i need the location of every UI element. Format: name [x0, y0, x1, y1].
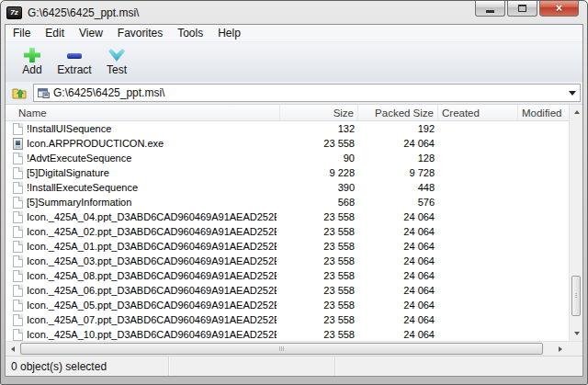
horizontal-scrollbar-thumb[interactable] [20, 343, 543, 355]
file-created [438, 224, 518, 239]
menu-item[interactable]: Favorites [110, 26, 170, 40]
column-header-size[interactable]: Size [280, 105, 358, 120]
file-name: Icon._425A_02.ppt_D3ABD6CAD960469A91AEAD… [27, 224, 277, 239]
file-created [438, 180, 518, 195]
file-row[interactable]: !InstallUISequence 132 192 [6, 121, 569, 136]
toolbar-button[interactable]: Extract [53, 44, 96, 81]
file-modified [518, 195, 569, 209]
menu-item[interactable]: Help [210, 26, 248, 40]
list-header: Name Size Packed Size Created Modified [6, 105, 582, 121]
file-row[interactable]: Icon._425A_05.ppt_D3ABD6CAD960469A91AEAD… [6, 298, 569, 312]
scroll-left-button[interactable] [6, 342, 19, 356]
combo-dropdown-icon[interactable] [569, 91, 576, 99]
column-header-created[interactable]: Created [438, 105, 518, 120]
column-header-modified[interactable]: Modified [518, 105, 569, 120]
menu-item[interactable]: Tools [170, 26, 210, 40]
file-icon [13, 314, 23, 326]
toolbar-icon [108, 48, 125, 62]
file-row[interactable]: Icon._425A_08.ppt_D3ABD6CAD960469A91AEAD… [6, 268, 569, 283]
file-created [438, 254, 518, 268]
file-row[interactable]: Icon._425A_07.ppt_D3ABD6CAD960469A91AEAD… [6, 312, 569, 327]
file-created [438, 283, 518, 298]
file-name: Icon._425A_06.ppt_D3ABD6CAD960469A91AEAD… [27, 283, 277, 298]
vertical-scrollbar-thumb[interactable] [571, 276, 581, 316]
file-row[interactable]: !AdvtExecuteSequence 90 128 [6, 151, 569, 165]
toolbar-button-label: Extract [57, 63, 91, 76]
file-row[interactable]: [5]SummaryInformation 568 576 [6, 195, 569, 209]
file-created [438, 327, 518, 341]
status-panel [169, 357, 335, 376]
file-row[interactable]: Icon._425A_02.ppt_D3ABD6CAD960469A91AEAD… [6, 224, 569, 239]
msi-package-icon [38, 87, 50, 98]
file-packed-size: 24 064 [358, 239, 438, 254]
address-combobox[interactable]: G:\6425\6425_ppt.msi\ [33, 84, 581, 102]
close-button[interactable]: × [539, 1, 579, 17]
column-header-name[interactable]: Name [6, 105, 280, 120]
file-row[interactable]: Icon._425A_06.ppt_D3ABD6CAD960469A91AEAD… [6, 283, 569, 298]
scroll-up-button[interactable] [570, 105, 582, 119]
file-icon [13, 300, 23, 311]
scroll-down-button[interactable] [570, 327, 582, 341]
file-row[interactable]: Icon.ARPPRODUCTICON.exe 23 558 24 064 [6, 136, 569, 151]
file-row[interactable]: [5]DigitalSignature 9 228 9 728 [6, 165, 569, 180]
file-modified [518, 268, 569, 283]
selection-status: 0 object(s) selected [11, 360, 107, 373]
file-created [438, 121, 518, 136]
menu-item[interactable]: View [72, 26, 110, 40]
horizontal-scrollbar[interactable] [6, 341, 582, 356]
file-name: !AdvtExecuteSequence [27, 151, 131, 165]
file-icon [13, 167, 23, 179]
file-created [438, 165, 518, 180]
file-packed-size: 24 064 [358, 268, 438, 283]
file-size: 23 558 [280, 283, 358, 298]
file-row[interactable]: !InstallExecuteSequence 390 448 [6, 180, 569, 195]
file-modified [518, 283, 569, 298]
window-controls: × [475, 1, 579, 17]
address-bar: G:\6425\6425_ppt.msi\ [6, 82, 582, 104]
file-created [438, 239, 518, 254]
maximize-button[interactable] [507, 1, 537, 17]
folder-up-icon [12, 86, 27, 99]
file-name: Icon._425A_10.ppt_D3ABD6CAD960469A91AEAD… [27, 327, 277, 341]
up-one-level-button[interactable] [9, 84, 29, 102]
file-name: Icon.ARPPRODUCTICON.exe [27, 136, 164, 151]
minimize-button[interactable] [475, 1, 505, 17]
scroll-right-button[interactable] [554, 342, 568, 356]
file-row[interactable]: Icon._425A_04.ppt_D3ABD6CAD960469A91AEAD… [6, 209, 569, 224]
file-packed-size: 24 064 [358, 209, 438, 224]
file-created [438, 312, 518, 327]
menu-bar: FileEditViewFavoritesToolsHelp [6, 25, 582, 42]
toolbar: Add Extract Test [6, 42, 582, 82]
window-title: G:\6425\6425_ppt.msi\ [28, 6, 139, 19]
file-icon [13, 182, 23, 194]
file-size: 23 558 [280, 136, 358, 151]
file-size: 132 [280, 121, 358, 136]
menu-item[interactable]: File [6, 26, 38, 40]
file-size: 23 558 [280, 327, 358, 341]
file-row[interactable]: Icon._425A_01.ppt_D3ABD6CAD960469A91AEAD… [6, 239, 569, 254]
file-packed-size: 192 [358, 121, 438, 136]
file-packed-size: 24 064 [358, 312, 438, 327]
status-bar: 0 object(s) selected [6, 356, 582, 376]
app-window: 7z G:\6425\6425_ppt.msi\ × FileEditViewF… [0, 0, 588, 385]
toolbar-button[interactable]: Add [11, 44, 53, 81]
file-size: 90 [280, 151, 358, 165]
file-size: 390 [280, 180, 358, 195]
file-row[interactable]: Icon._425A_03.ppt_D3ABD6CAD960469A91AEAD… [6, 254, 569, 268]
horizontal-scrollbar-track[interactable] [19, 342, 554, 356]
vertical-scrollbar[interactable] [569, 105, 582, 341]
arrow-down-icon [574, 332, 580, 338]
file-packed-size: 24 064 [358, 298, 438, 312]
file-name: Icon._425A_03.ppt_D3ABD6CAD960469A91AEAD… [27, 254, 277, 268]
arrow-left-icon [8, 346, 15, 352]
file-name: Icon._425A_01.ppt_D3ABD6CAD960469A91AEAD… [27, 239, 277, 254]
file-row[interactable]: Icon._425A_10.ppt_D3ABD6CAD960469A91AEAD… [6, 327, 569, 341]
toolbar-icon [67, 53, 82, 59]
file-list: Name Size Packed Size Created Modified !… [6, 104, 582, 341]
file-size: 23 558 [280, 312, 358, 327]
file-icon [13, 255, 23, 267]
column-header-packed-size[interactable]: Packed Size [358, 105, 438, 120]
toolbar-button[interactable]: Test [96, 44, 138, 81]
menu-item[interactable]: Edit [38, 26, 72, 40]
toolbar-button-label: Add [22, 63, 41, 76]
